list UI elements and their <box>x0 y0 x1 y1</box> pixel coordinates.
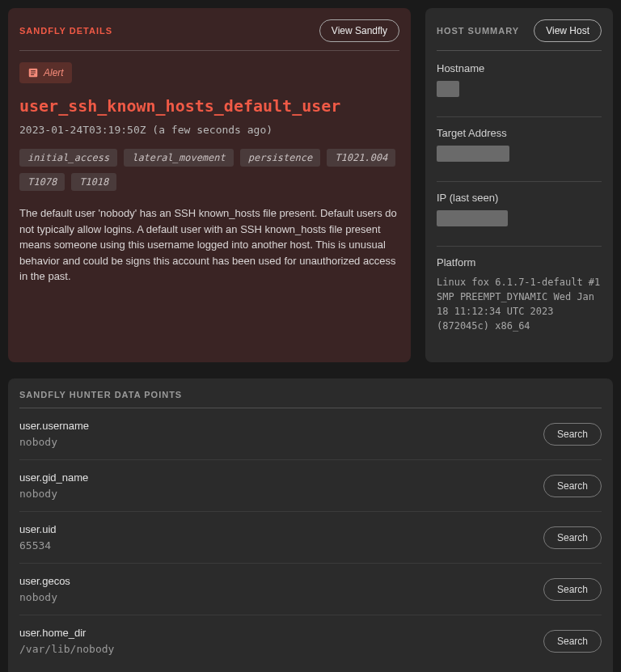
sandfly-details-panel: SANDFLY DETAILS View Sandfly Alert user_… <box>8 8 411 362</box>
alert-label: Alert <box>44 67 64 78</box>
data-point-value: 65534 <box>19 539 57 552</box>
platform-block: Platform Linux fox 6.1.7-1-default #1 SM… <box>437 256 602 341</box>
alert-badge: Alert <box>19 62 72 83</box>
host-title: HOST SUMMARY <box>437 26 519 36</box>
hunter-header: SANDFLY HUNTER DATA POINTS <box>19 390 602 408</box>
platform-label: Platform <box>437 256 602 268</box>
data-point-row: user.usernamenobodySearch <box>19 408 602 460</box>
target-redacted <box>437 146 509 162</box>
tag[interactable]: T1018 <box>71 173 116 191</box>
tag[interactable]: initial_access <box>19 149 117 167</box>
data-point-value: /var/lib/nobody <box>19 643 114 655</box>
search-button[interactable]: Search <box>543 475 602 497</box>
search-button[interactable]: Search <box>543 423 602 446</box>
data-point-value: nobody <box>19 591 70 603</box>
ip-redacted <box>437 210 508 226</box>
view-host-button[interactable]: View Host <box>534 19 602 42</box>
hostname-label: Hostname <box>437 62 602 74</box>
alert-icon <box>27 67 39 78</box>
data-point-key: user.home_dir <box>19 627 114 639</box>
finding-timestamp: 2023-01-24T03:19:50Z (a few seconds ago) <box>19 124 399 136</box>
tag-row: initial_accesslateral_movementpersistenc… <box>19 149 399 191</box>
data-point-row: user.home_dir/var/lib/nobodySearch <box>19 615 602 666</box>
data-point-left: user.home_dir/var/lib/nobody <box>19 627 114 655</box>
tag[interactable]: T1021.004 <box>327 149 395 167</box>
data-point-value: nobody <box>19 436 89 448</box>
data-point-value: nobody <box>19 488 88 500</box>
data-point-key: user.gecos <box>19 575 70 587</box>
hunter-panel: SANDFLY HUNTER DATA POINTS user.username… <box>8 378 613 672</box>
view-sandfly-button[interactable]: View Sandfly <box>319 19 399 42</box>
details-header: SANDFLY DETAILS View Sandfly <box>19 19 399 51</box>
target-label: Target Address <box>437 127 602 139</box>
data-point-row: user.gecosnobodySearch <box>19 564 602 615</box>
platform-value: Linux fox 6.1.7-1-default #1 SMP PREEMPT… <box>437 275 602 333</box>
details-title: SANDFLY DETAILS <box>19 26 112 36</box>
tag[interactable]: persistence <box>240 149 320 167</box>
finding-name: user_ssh_known_hosts_default_user <box>19 96 399 116</box>
search-button[interactable]: Search <box>543 578 602 601</box>
hostname-redacted <box>437 81 459 97</box>
data-points-list: user.usernamenobodySearchuser.gid_nameno… <box>19 408 602 666</box>
host-header: HOST SUMMARY View Host <box>437 19 602 51</box>
hostname-block: Hostname <box>437 62 602 117</box>
host-summary-panel: HOST SUMMARY View Host Hostname Target A… <box>425 8 613 362</box>
finding-description: The default user 'nobody' has an SSH kno… <box>19 205 399 285</box>
tag[interactable]: T1078 <box>19 173 65 191</box>
search-button[interactable]: Search <box>543 526 602 549</box>
data-point-left: user.usernamenobody <box>19 420 89 448</box>
data-point-left: user.gid_namenobody <box>19 471 88 500</box>
data-point-key: user.username <box>19 420 89 432</box>
data-point-left: user.gecosnobody <box>19 575 70 603</box>
data-point-row: user.gid_namenobodySearch <box>19 460 602 512</box>
target-block: Target Address <box>437 127 602 182</box>
ip-block: IP (last seen) <box>437 192 602 247</box>
data-point-left: user.uid65534 <box>19 523 57 552</box>
hunter-title: SANDFLY HUNTER DATA POINTS <box>19 390 182 399</box>
data-point-row: user.uid65534Search <box>19 512 602 564</box>
data-point-key: user.uid <box>19 523 57 535</box>
ip-label: IP (last seen) <box>437 192 602 204</box>
search-button[interactable]: Search <box>543 630 602 653</box>
tag[interactable]: lateral_movement <box>124 149 234 167</box>
data-point-key: user.gid_name <box>19 471 88 484</box>
